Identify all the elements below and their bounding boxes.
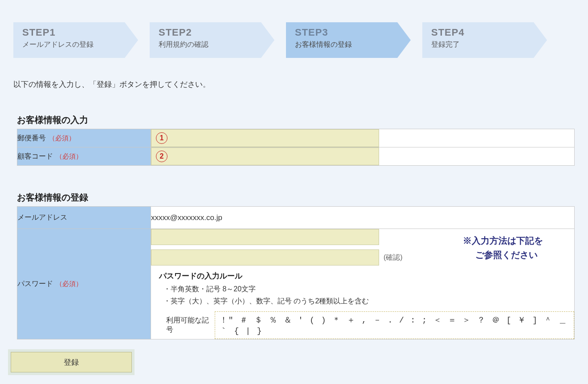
email-label-cell: メールアドレス (17, 207, 151, 229)
password-confirm-label: (確認) (384, 253, 403, 262)
symbols-label: 利用可能な記号 (166, 316, 210, 335)
step-4: STEP4 登録完了 (422, 22, 547, 58)
section1-title: お客様情報の入力 (17, 114, 575, 126)
symbols-row: 利用可能な記号 ！" ＃ ＄ ％ ＆ ' ( ) ＊ ＋ , － . / : ;… (166, 311, 574, 339)
postal-code-label-cell: 郵便番号 （必須） (17, 129, 151, 147)
step-bar: STEP1 メールアドレスの登録 STEP2 利用規約の確認 STEP3 お客様… (13, 0, 575, 66)
step-title: STEP2 (159, 27, 266, 38)
step-1: STEP1 メールアドレスの登録 (13, 22, 138, 58)
password-label: パスワード (17, 280, 53, 287)
step-subtitle: 利用規約の確認 (159, 40, 266, 49)
required-label: （必須） (56, 152, 82, 160)
marker-1-icon: 1 (156, 132, 167, 144)
marker-2-icon: 2 (156, 151, 167, 162)
intro-text: 以下の情報を入力し、「登録」ボタンを押してください。 (13, 79, 575, 90)
password-input[interactable] (151, 229, 379, 245)
customer-info-input-table: 郵便番号 （必須） 1 顧客コード （必須） 2 (17, 129, 575, 166)
password-rules: ・半角英数・記号 8～20文字 ・英字（大）、英字（小）、数字、記号 のうち2種… (163, 283, 574, 307)
step-title: STEP4 (431, 27, 539, 38)
email-value: xxxxx@xxxxxxx.co.jp (151, 213, 222, 222)
step-2: STEP2 利用規約の確認 (150, 22, 274, 58)
password-confirm-input[interactable] (151, 249, 379, 266)
note-line1: ※入力方法は下記を (463, 233, 543, 248)
required-label: （必須） (49, 134, 75, 142)
customer-code-input[interactable]: 2 (151, 147, 379, 165)
table-row: メールアドレス xxxxx@xxxxxxx.co.jp (17, 207, 575, 229)
step-subtitle: お客様情報の登録 (295, 40, 403, 49)
table-row: 郵便番号 （必須） 1 (17, 129, 575, 147)
email-value-cell: xxxxx@xxxxxxx.co.jp (151, 207, 575, 229)
step-subtitle: 登録完了 (431, 40, 539, 49)
note-line2: ご参照ください (463, 248, 543, 262)
customer-info-register-table: メールアドレス xxxxx@xxxxxxx.co.jp パスワード （必須） ※… (17, 206, 575, 339)
step-3: STEP3 お客様情報の登録 (286, 22, 411, 58)
postal-code-value-cell: 1 (151, 129, 575, 147)
step-title: STEP3 (295, 27, 403, 38)
input-method-note: ※入力方法は下記を ご参照ください (463, 233, 543, 262)
postal-code-input[interactable]: 1 (151, 129, 379, 147)
step-title: STEP1 (22, 27, 130, 38)
symbols-box: ！" ＃ ＄ ％ ＆ ' ( ) ＊ ＋ , － . / : ; ＜ ＝ ＞ ？… (215, 311, 574, 339)
table-row: パスワード （必須） ※入力方法は下記を ご参照ください (確認) パスワードの… (17, 229, 575, 339)
table-row: 顧客コード （必須） 2 (17, 147, 575, 166)
customer-code-value-cell: 2 (151, 147, 575, 166)
password-label-cell: パスワード （必須） (17, 229, 151, 339)
postal-code-label: 郵便番号 (17, 134, 46, 142)
required-label: （必須） (56, 280, 82, 287)
step-subtitle: メールアドレスの登録 (22, 40, 130, 49)
customer-code-label: 顧客コード (17, 152, 53, 160)
password-rules-title: パスワードの入力ルール (159, 271, 574, 281)
register-button[interactable]: 登録 (11, 352, 132, 372)
customer-code-label-cell: 顧客コード （必須） (17, 147, 151, 166)
password-value-cell: ※入力方法は下記を ご参照ください (確認) パスワードの入力ルール ・半角英数… (151, 229, 575, 339)
password-rule-2: ・英字（大）、英字（小）、数字、記号 のうち2種類以上を含む (163, 295, 574, 307)
section2-title: お客様情報の登録 (17, 192, 575, 204)
register-button-label: 登録 (64, 357, 79, 368)
password-rule-1: ・半角英数・記号 8～20文字 (163, 283, 574, 295)
email-label: メールアドレス (17, 213, 67, 221)
